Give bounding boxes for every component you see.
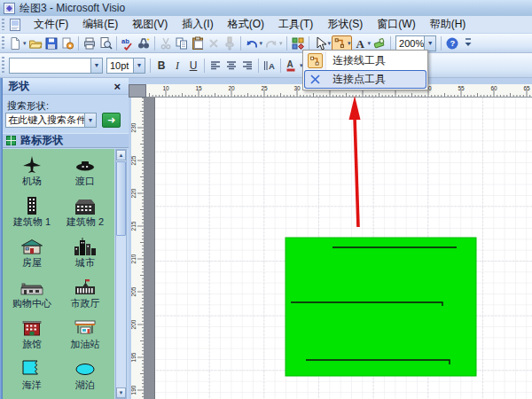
scroll-down-icon[interactable]: ▼ <box>116 387 126 398</box>
scrollbar-thumb[interactable] <box>116 161 126 236</box>
svg-text:225: 225 <box>131 155 137 165</box>
stencil-shape-机场[interactable]: 机场 <box>5 151 59 192</box>
pointer-tool-button[interactable]: ▾ <box>312 35 332 51</box>
building-2-icon <box>72 192 98 216</box>
cut-button[interactable] <box>158 35 174 51</box>
menu-item-3[interactable]: 插入(I) <box>175 15 220 34</box>
green-rectangle-shape[interactable] <box>286 238 476 376</box>
scroll-up-icon[interactable]: ▲ <box>116 150 126 160</box>
lake-icon <box>72 355 98 379</box>
bold-button[interactable]: B <box>153 58 169 74</box>
stencil-shape-加油站[interactable]: 加油站 <box>59 314 112 355</box>
stencil-shape-购物中心[interactable]: 购物中心 <box>5 273 59 314</box>
chevron-down-icon[interactable]: ▾ <box>260 40 263 46</box>
menu-item-6[interactable]: 形状(S) <box>320 15 370 34</box>
menu-item-5[interactable]: 工具(T) <box>271 15 320 34</box>
shapes-window-button[interactable] <box>290 35 306 51</box>
undo-button[interactable]: ▾ <box>244 35 264 51</box>
open-folder-button[interactable] <box>27 35 43 51</box>
chevron-down-icon[interactable]: ▼ <box>424 36 435 51</box>
search-button[interactable] <box>136 35 152 51</box>
menubar-grip-handle[interactable] <box>2 19 4 30</box>
svg-text:15: 15 <box>195 85 202 91</box>
font-value-combobox[interactable]: ▼ <box>9 58 103 74</box>
align-center-icon <box>224 59 239 73</box>
copy-button[interactable] <box>174 35 190 51</box>
stencil-shape-label: 购物中心 <box>12 298 51 309</box>
text-tool-button[interactable]: A▾ <box>352 35 372 51</box>
stencil-scrollbar[interactable]: ▲ ▼ <box>115 149 127 399</box>
menu-item-7[interactable]: 窗口(W) <box>370 15 422 34</box>
building-1-icon <box>19 192 45 216</box>
align-left-button[interactable] <box>207 58 223 74</box>
toolbar-grip-handle[interactable] <box>2 57 4 74</box>
stencil-title-bar[interactable]: 路标形状 <box>3 133 129 148</box>
print-preview-icon <box>98 36 113 51</box>
menu-item-1[interactable]: 编辑(E) <box>75 15 125 34</box>
menu-item-connector-line[interactable]: 连接线工具 <box>304 51 426 70</box>
align-right-button[interactable] <box>239 58 255 74</box>
save-button[interactable] <box>43 35 59 51</box>
chevron-down-icon[interactable]: ▼ <box>90 59 102 73</box>
partial-shape-icon <box>72 395 98 399</box>
visio-window: 绘图3 - Microsoft Visio 文件(F)编辑(E)视图(V)插入(… <box>0 0 532 399</box>
stencil-icon <box>6 136 16 145</box>
permission-button[interactable] <box>59 35 75 51</box>
chevron-down-icon[interactable]: ▾ <box>279 40 283 46</box>
stencil-shape-建筑物 1[interactable]: 建筑物 1 <box>5 192 59 232</box>
print-button[interactable] <box>82 35 98 51</box>
document-menu-icon[interactable] <box>9 19 21 31</box>
search-go-button[interactable]: ➜ <box>102 113 121 128</box>
menu-item-connection-point[interactable]: 连接点工具 <box>304 70 426 89</box>
chevron-down-icon[interactable]: ▾ <box>348 40 351 46</box>
underline-button[interactable]: U <box>185 58 201 74</box>
redo-button[interactable]: ▾ <box>263 35 284 51</box>
drawing-tool-button[interactable] <box>372 35 387 51</box>
connector-tool-button[interactable]: ▾ <box>332 35 352 51</box>
stencil-shape-渡口[interactable]: 渡口 <box>59 151 112 192</box>
chevron-down-icon[interactable]: ▼ <box>133 59 145 73</box>
chevron-down-icon[interactable]: ▾ <box>328 40 332 46</box>
svg-text:A: A <box>356 37 364 51</box>
menu-item-0[interactable]: 文件(F) <box>27 15 75 34</box>
menu-item-8[interactable]: 帮助(H) <box>423 15 473 34</box>
stencil-shape-城市[interactable]: 城市 <box>59 232 112 273</box>
paste-button[interactable] <box>190 35 206 51</box>
titlebar[interactable]: 绘图3 - Microsoft Visio <box>0 0 532 16</box>
help-button[interactable]: ? <box>444 35 460 51</box>
stencil-shape-海洋[interactable]: 海洋 <box>5 355 59 395</box>
spell-check-icon: ab <box>121 36 135 51</box>
font-color-button[interactable]: A▾ <box>284 58 304 74</box>
zoom-value-combobox[interactable]: 200%▼ <box>395 35 436 51</box>
stencil-shape-建筑物 2[interactable]: 建筑物 2 <box>59 192 112 232</box>
chevron-down-icon[interactable]: ▾ <box>368 40 372 46</box>
stencil-shape-partial-shape[interactable] <box>59 395 112 399</box>
stencil-shape-湖泊[interactable]: 湖泊 <box>59 355 112 395</box>
stencil-shape-房屋[interactable]: 房屋 <box>5 232 59 273</box>
italic-button[interactable]: I <box>169 58 185 74</box>
menu-item-2[interactable]: 视图(V) <box>125 15 175 34</box>
align-center-button[interactable] <box>223 58 239 74</box>
stencil-shape-市政厅[interactable]: 市政厅 <box>59 273 112 314</box>
toolbar-grip-handle[interactable] <box>2 36 4 50</box>
print-preview-button[interactable] <box>98 35 113 51</box>
spell-check-button[interactable]: ab <box>120 35 136 51</box>
font-size-combobox[interactable]: 10pt▼ <box>106 58 145 74</box>
text-block-button[interactable]: A <box>262 58 278 74</box>
chevron-down-icon[interactable]: ▼ <box>84 113 96 127</box>
delete-button[interactable] <box>206 35 222 51</box>
chevron-down-icon[interactable]: ▾ <box>23 40 27 46</box>
format-painter-button[interactable] <box>222 35 238 51</box>
toolbar-options-button[interactable] <box>460 35 476 51</box>
svg-text:195: 195 <box>131 352 137 362</box>
cut-icon <box>159 36 173 51</box>
menu-item-4[interactable]: 格式(O) <box>221 15 271 34</box>
copy-icon <box>175 36 189 51</box>
stencil-shape-旅馆[interactable]: 旅馆 <box>5 314 59 355</box>
search-input[interactable]: 在此键入搜索条件 ▼ <box>5 113 97 128</box>
search-input-value: 在此键入搜索条件 <box>6 113 84 127</box>
toolbar-separator <box>390 36 391 51</box>
new-document-button[interactable]: ▾ <box>7 35 27 51</box>
toolbar-separator <box>204 59 205 73</box>
close-icon[interactable]: × <box>111 81 123 92</box>
